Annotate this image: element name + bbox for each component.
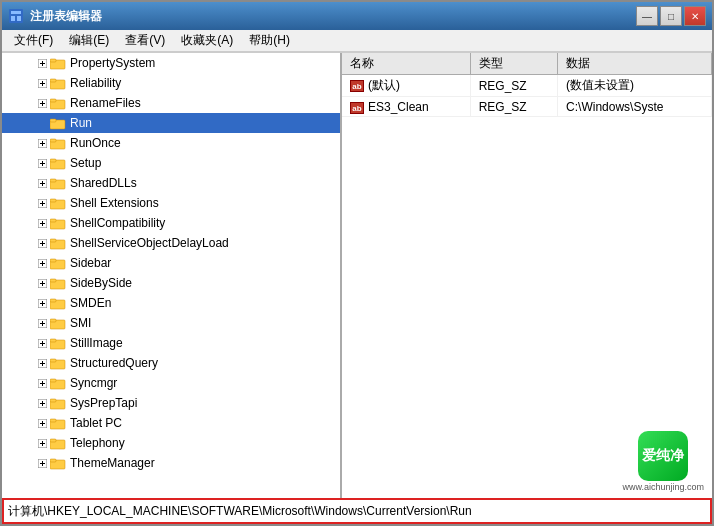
tree-item-label: Sidebar: [70, 256, 111, 270]
svg-rect-2: [11, 16, 15, 21]
tree-item-label: Reliability: [70, 76, 121, 90]
tree-item[interactable]: Run: [2, 113, 340, 133]
tree-item[interactable]: Syncmgr: [2, 373, 340, 393]
status-bar: 计算机\HKEY_LOCAL_MACHINE\SOFTWARE\Microsof…: [2, 498, 712, 524]
tree-expander[interactable]: [34, 335, 50, 351]
svg-rect-105: [50, 459, 56, 462]
tree-expander[interactable]: [34, 395, 50, 411]
tree-item[interactable]: StillImage: [2, 333, 340, 353]
menu-favorites[interactable]: 收藏夹(A): [173, 30, 241, 51]
tree-expander[interactable]: [34, 195, 50, 211]
svg-rect-1: [11, 11, 21, 14]
tree-item-label: SMDEn: [70, 296, 111, 310]
title-bar: 注册表编辑器 — □ ✕: [2, 2, 712, 30]
folder-icon: [50, 376, 66, 390]
tree-item[interactable]: Sidebar: [2, 253, 340, 273]
value-type: REG_SZ: [470, 97, 557, 117]
window-title: 注册表编辑器: [30, 8, 636, 25]
tree-item[interactable]: Shell Extensions: [2, 193, 340, 213]
tree-item-label: SharedDLLs: [70, 176, 137, 190]
tree-item-label: Run: [70, 116, 92, 130]
tree-item[interactable]: SideBySide: [2, 273, 340, 293]
folder-icon: [50, 176, 66, 190]
tree-item-label: ShellServiceObjectDelayLoad: [70, 236, 229, 250]
tree-expander[interactable]: [34, 375, 50, 391]
value-type: REG_SZ: [470, 75, 557, 97]
tree-item-label: ShellCompatibility: [70, 216, 165, 230]
svg-rect-85: [50, 379, 56, 382]
folder-icon: [50, 56, 66, 70]
tree-expander[interactable]: [34, 455, 50, 471]
tree-expander[interactable]: [34, 95, 50, 111]
folder-icon: [50, 396, 66, 410]
tree-expander[interactable]: [34, 175, 50, 191]
table-row[interactable]: ab(默认)REG_SZ(数值未设置): [342, 75, 712, 97]
svg-rect-8: [50, 59, 56, 62]
tree-expander[interactable]: [34, 255, 50, 271]
tree-item[interactable]: Tablet PC: [2, 413, 340, 433]
folder-icon: [50, 296, 66, 310]
tree-expander[interactable]: [34, 215, 50, 231]
tree-item[interactable]: SharedDLLs: [2, 173, 340, 193]
tree-item[interactable]: SMI: [2, 313, 340, 333]
tree-item[interactable]: ShellCompatibility: [2, 213, 340, 233]
folder-icon: [50, 416, 66, 430]
folder-icon: [50, 436, 66, 450]
tree-item[interactable]: StructuredQuery: [2, 353, 340, 373]
svg-rect-65: [50, 299, 56, 302]
menu-help[interactable]: 帮助(H): [241, 30, 298, 51]
tree-expander[interactable]: [34, 75, 50, 91]
folder-icon: [50, 336, 66, 350]
tree-item[interactable]: Telephony: [2, 433, 340, 453]
svg-rect-20: [50, 119, 56, 122]
folder-icon: [50, 136, 66, 150]
tree-expander[interactable]: [34, 435, 50, 451]
folder-icon: [50, 276, 66, 290]
folder-icon: [50, 256, 66, 270]
tree-item[interactable]: SysPrepTapi: [2, 393, 340, 413]
tree-item[interactable]: ShellServiceObjectDelayLoad: [2, 233, 340, 253]
folder-icon: [50, 356, 66, 370]
menu-file[interactable]: 文件(F): [6, 30, 61, 51]
tree-item-label: SMI: [70, 316, 91, 330]
tree-item[interactable]: RunOnce: [2, 133, 340, 153]
tree-expander[interactable]: [34, 155, 50, 171]
svg-rect-45: [50, 219, 56, 222]
tree-expander[interactable]: [34, 55, 50, 71]
tree-expander[interactable]: [34, 415, 50, 431]
tree-item-label: RunOnce: [70, 136, 121, 150]
tree-item[interactable]: SMDEn: [2, 293, 340, 313]
tree-expander[interactable]: [34, 275, 50, 291]
tree-item-label: RenameFiles: [70, 96, 141, 110]
tree-expander[interactable]: [34, 115, 50, 131]
tree-item-label: StillImage: [70, 336, 123, 350]
close-button[interactable]: ✕: [684, 6, 706, 26]
tree-item-label: SideBySide: [70, 276, 132, 290]
tree-expander[interactable]: [34, 315, 50, 331]
minimize-button[interactable]: —: [636, 6, 658, 26]
tree-expander[interactable]: [34, 295, 50, 311]
menu-view[interactable]: 查看(V): [117, 30, 173, 51]
tree-item[interactable]: ThemeManager: [2, 453, 340, 473]
svg-rect-3: [17, 16, 21, 21]
status-text: 计算机\HKEY_LOCAL_MACHINE\SOFTWARE\Microsof…: [8, 503, 472, 520]
table-row[interactable]: abES3_CleanREG_SZC:\Windows\Syste: [342, 97, 712, 117]
tree-item[interactable]: RenameFiles: [2, 93, 340, 113]
folder-icon: [50, 456, 66, 470]
tree-expander[interactable]: [34, 235, 50, 251]
maximize-button[interactable]: □: [660, 6, 682, 26]
tree-item[interactable]: Setup: [2, 153, 340, 173]
watermark-url: www.aichunjing.com: [622, 482, 704, 492]
folder-icon: [50, 196, 66, 210]
tree-item[interactable]: Reliability: [2, 73, 340, 93]
app-icon: [8, 8, 24, 24]
content-area: PropertySystem Reliability RenameFiles R…: [2, 52, 712, 498]
menu-edit[interactable]: 编辑(E): [61, 30, 117, 51]
values-table: 名称 类型 数据 ab(默认)REG_SZ(数值未设置)abES3_CleanR…: [342, 53, 712, 117]
svg-rect-80: [50, 359, 56, 362]
tree-expander[interactable]: [34, 355, 50, 371]
tree-item[interactable]: PropertySystem: [2, 53, 340, 73]
tree-expander[interactable]: [34, 135, 50, 151]
folder-icon: [50, 96, 66, 110]
col-name: 名称: [342, 53, 470, 75]
